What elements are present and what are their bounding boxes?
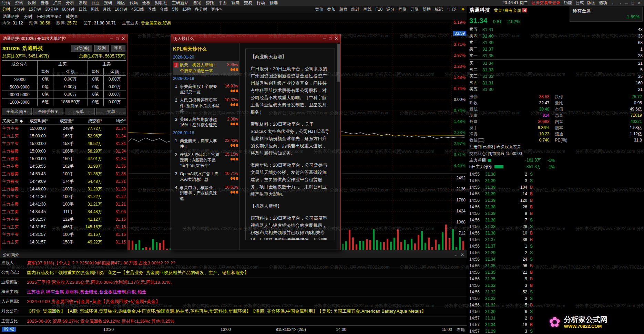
popup-titlebar[interactable]: 明天炒什么 ─□✕	[171, 34, 340, 43]
topic-item[interactable]: 3OpenAi试水广告！周末Ai类消息汇总10.71w	[173, 170, 239, 184]
palette-icon[interactable]: ❖	[461, 7, 465, 12]
filter-button[interactable]: 全部手数▼	[33, 108, 63, 115]
period-tab[interactable]: 多分时	[195, 7, 207, 12]
menu-item[interactable]: 资讯	[15, 0, 23, 6]
toolbar-action[interactable]: 统计	[351, 7, 360, 12]
trade-table-header[interactable]: 买卖性质 ◆成交时间*成交量*成交额*均价*	[0, 117, 127, 125]
minimize-icon[interactable]: ─	[323, 36, 326, 41]
toolbar-action[interactable]: 叠加	[327, 7, 336, 12]
monitor-button[interactable]: 字号	[111, 45, 125, 52]
trade-row[interactable]: 主力被卖14:53:43100手31.36万31.36	[0, 170, 127, 178]
topic-item[interactable]: 2连续2天净流出！官媒定调：A股要的不是“疯牛”而是“长牛”15.15w	[173, 150, 239, 170]
menu-item[interactable]: 投研	[104, 0, 112, 6]
toolbar-action[interactable]: 开资	[410, 7, 419, 12]
order-book-level[interactable]: 买五31.3021	[469, 86, 643, 93]
trade-row[interactable]: 主力主买14:31:57100手31.15万31.15	[0, 231, 127, 238]
layout-button[interactable]: 布局	[457, 327, 465, 333]
topic-item[interactable]: 1航天、机器人新增！个股要点消息一览3.45w	[173, 61, 239, 75]
order-book-level[interactable]: 卖三31.3968	[469, 39, 643, 46]
toolbar-action[interactable]: 竞价	[315, 7, 324, 12]
period-tab[interactable]: 15分钟	[29, 7, 41, 12]
period-tab[interactable]: 60分钟	[62, 7, 74, 12]
popup-scrollbar[interactable]	[337, 43, 340, 250]
toolbar-action[interactable]: 画线	[364, 7, 372, 12]
menu-item[interactable]: 自定	[193, 0, 201, 6]
toolbar-action[interactable]: 标记	[435, 7, 443, 12]
menu-item[interactable]: 版面	[587, 0, 595, 6]
trade-column-header[interactable]: 均价*	[102, 118, 126, 124]
toolbar-action[interactable]: +自选	[447, 7, 457, 12]
menu-item[interactable]: 发现	[79, 0, 87, 6]
monitor-titlebar[interactable]: 浩通科技(301026) 开盘啦大单监控 ─□✕	[0, 34, 127, 43]
toolbar-action[interactable]: F10	[376, 7, 383, 12]
period-tab[interactable]: 5秒	[172, 7, 178, 12]
period-tab[interactable]: 季线	[148, 7, 156, 12]
trade-row[interactable]: 主力主买15:00:00248手77.72万31.34	[0, 125, 127, 132]
close-icon[interactable]: ✕	[122, 36, 125, 41]
menu-item[interactable]: 功能	[564, 0, 572, 6]
topic-item[interactable]: 1商业航天，周末大事件！23.43w	[173, 137, 239, 150]
tab-volume[interactable]: 成交量	[66, 14, 78, 20]
period-tab[interactable]: 周线	[91, 7, 99, 12]
menu-item[interactable]: 自选	[40, 0, 49, 6]
period-tab[interactable]: 年线	[160, 7, 168, 12]
order-book-level[interactable]: 卖二31.371	[469, 46, 643, 52]
menu-item[interactable]: 主研新贴	[172, 0, 188, 6]
filter-button[interactable]: 全部金额▼	[2, 108, 32, 115]
menu-item[interactable]: 数据	[28, 0, 36, 6]
menu-item[interactable]: 精选	[269, 0, 278, 6]
toolbar-action[interactable]: 超盘	[339, 7, 348, 12]
trade-row[interactable]: 主力主买15:00:00158手49.52万31.34	[0, 140, 127, 147]
menu-item[interactable]: 选项	[599, 0, 607, 6]
trade-row[interactable]: 主力主卖14:53:55102手31.98万31.36	[0, 163, 127, 170]
period-tab[interactable]: 45日线	[131, 7, 144, 12]
toolbar-action[interactable]: 简榜	[422, 7, 431, 12]
minimize-icon[interactable]: ─	[110, 36, 113, 41]
menu-item[interactable]: 行情	[2, 0, 10, 6]
menu-item[interactable]: 扩展	[53, 0, 61, 6]
scrollbar-thumb[interactable]	[337, 44, 340, 82]
trade-column-header[interactable]: 成交时间*	[30, 118, 54, 124]
back-icon[interactable]: ←	[611, 1, 616, 6]
trade-row[interactable]: 主力主买14:41:30100手31.22万31.22	[0, 193, 127, 200]
period-tab[interactable]: 分时	[2, 7, 10, 12]
trade-column-header[interactable]: 成交额*	[74, 118, 102, 124]
trade-row[interactable]: 主力主买14:31:57132手41.12万31.15	[0, 216, 127, 223]
menu-item[interactable]: 公式	[575, 0, 584, 6]
sector-widget[interactable]: 稀有金属 -1.69%	[570, 7, 643, 22]
trade-row[interactable]: 主力主买14:31:57158手49.22万31.15	[0, 238, 127, 246]
filter-button[interactable]: 卖单	[96, 108, 126, 115]
monitor-button[interactable]: 自动(关)	[71, 45, 92, 52]
period-tab[interactable]: 10分钟	[115, 7, 127, 12]
menu-item[interactable]: 行动	[257, 0, 265, 6]
period-tab[interactable]: 日线	[79, 7, 87, 12]
tab-indicator[interactable]: F8价格主要2	[37, 14, 61, 20]
trade-row[interactable]: 主力被卖15:00:00186手58.29万31.34	[0, 147, 127, 155]
menu-item[interactable]: 平面	[218, 0, 227, 6]
period-tab[interactable]: 月线	[103, 7, 111, 12]
collapse-icon[interactable]: ⌄	[454, 252, 457, 257]
order-book-level[interactable]: 卖五31.4143	[469, 26, 643, 33]
trade-row[interactable]: 主力主卖14:41:30100手31.21万31.21	[0, 200, 127, 208]
trade-column-header[interactable]: 成交量*	[54, 118, 74, 124]
trade-row[interactable]: 主力被卖15:00:00150手47.01万31.34	[0, 155, 127, 163]
menu-item[interactable]: 财联社	[155, 0, 167, 6]
menu-item[interactable]: 分析	[66, 0, 74, 6]
topic-item[interactable]: 2人民日报再评西贝事件: 预制菜不是洪水猛兽10.33w	[173, 96, 239, 115]
period-tab[interactable]: 更多>	[211, 7, 222, 12]
topic-item[interactable]: 3美国天然气期货涨超16%！盘前概念速览2.38w	[173, 115, 239, 129]
close-icon[interactable]: ✕	[335, 36, 338, 41]
minimize-icon[interactable]: ─	[624, 1, 629, 6]
order-book-level[interactable]: 买二31.335	[469, 66, 643, 73]
order-book-level[interactable]: 卖四31.4033	[469, 33, 643, 39]
order-book-level[interactable]: 卖一31.3528	[469, 52, 643, 59]
period-tab[interactable]: 5分钟	[14, 7, 25, 12]
topic-item[interactable]: 4事关电力、核聚变、消费等，产业信息速递10.61w	[173, 184, 239, 203]
topic-item[interactable]: 1事关高价股！个股要点消息一览16.93w	[173, 82, 239, 96]
filter-button[interactable]: 买单	[65, 108, 95, 115]
menu-item[interactable]: 全板	[142, 0, 151, 6]
close-icon[interactable]: ✕	[461, 252, 464, 257]
close-icon[interactable]: ✕	[637, 1, 642, 6]
toolbar-action[interactable]: 逆分	[386, 7, 395, 12]
trade-row[interactable]: 主力主买14:31:57466手145.16万31.15	[0, 223, 127, 231]
